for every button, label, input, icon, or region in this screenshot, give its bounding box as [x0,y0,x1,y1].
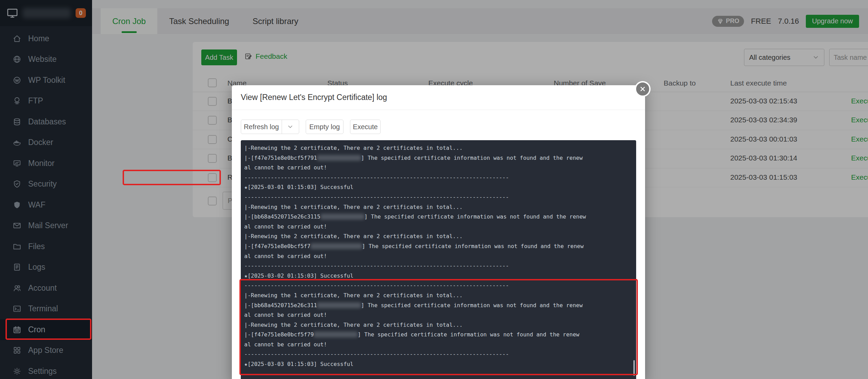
refresh-options-dropdown[interactable] [282,120,299,134]
redacted-domain [314,332,358,337]
log-divider: ----------------------------------------… [244,369,633,379]
log-line: al cannot be carried out! [244,310,633,320]
log-line: |-Renewing the 1 certificate, There are … [244,291,633,301]
chevron-down-icon [287,123,294,130]
log-divider: ----------------------------------------… [244,173,633,183]
log-line: al cannot be carried out! [244,340,633,350]
log-divider: ----------------------------------------… [244,349,633,359]
log-line: |-[f47e751e8e0bcf5f791] The specified ce… [244,153,633,163]
modal-toolbar: Refresh log Empty log Execute [241,120,381,134]
log-divider: ----------------------------------------… [244,281,633,291]
log-line: |-[bb68a4520715e26c3115] The specified c… [244,212,633,222]
refresh-log-button[interactable]: Refresh log [241,123,282,131]
close-button[interactable] [635,81,651,97]
log-line: |-[f47e751e8e0bcf5f7] The specified cert… [244,242,633,252]
log-success: ★[2025-03-03 01:15:03] Successful [244,359,633,369]
log-success: ★[2025-03-01 01:15:03] Successful [244,182,633,192]
log-divider: ----------------------------------------… [244,261,633,271]
redacted-domain [311,243,362,249]
log-modal: View [Renew Let's Encrypt Certificate] l… [232,85,645,379]
modal-title: View [Renew Let's Encrypt Certificate] l… [241,93,387,102]
modal-header: View [Renew Let's Encrypt Certificate] l… [232,85,645,110]
log-line: |-Renewing the 2 certificate, There are … [244,232,633,242]
log-line: |-[f47e751e8e0bcf5f79] The specified cer… [244,330,633,340]
log-line: al cannot be carried out! [244,252,633,261]
log-success: ★[2025-03-02 01:15:03] Successful [244,271,633,281]
execute-button[interactable]: Execute [350,120,381,134]
log-line: |-[bb68a4520715e26c311] The specified ce… [244,301,633,311]
log-line: |-Renewing the 2 certificate, There are … [244,143,633,153]
terminal-scrollbar[interactable] [633,360,635,376]
redacted-domain [317,302,361,308]
log-line: |-Renewing the 1 certificate, There are … [244,202,633,212]
log-line: |-Renewing the 2 certificate, There are … [244,320,633,330]
close-icon [639,85,646,93]
empty-log-button[interactable]: Empty log [306,120,343,134]
log-line: al cannot be carried out! [244,222,633,232]
redacted-domain [320,214,364,220]
log-terminal[interactable]: |-Renewing the 2 certificate, There are … [241,140,636,379]
log-line: al cannot be carried out! [244,163,633,173]
refresh-log-split-button: Refresh log [241,120,299,134]
log-divider: ----------------------------------------… [244,192,633,202]
redacted-domain [317,155,361,161]
